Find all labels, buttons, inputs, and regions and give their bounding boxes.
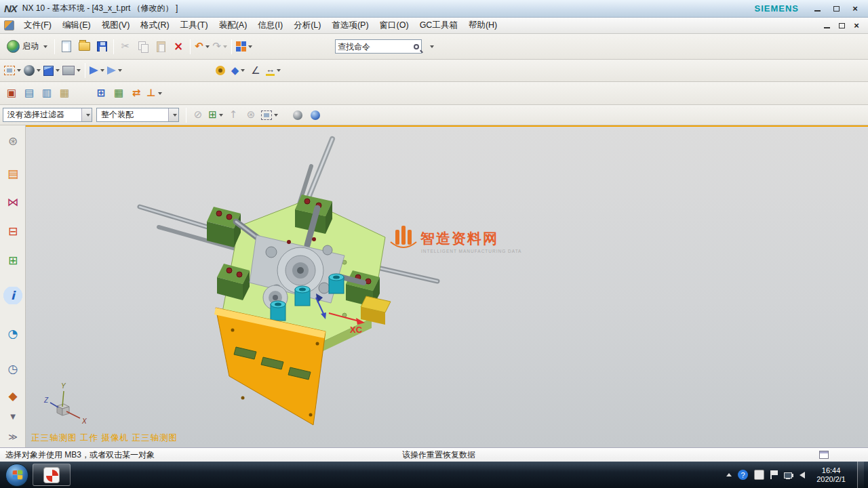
menu-gc-toolbox[interactable]: GC工具箱 xyxy=(414,18,463,33)
fit-view-button[interactable] xyxy=(3,62,22,79)
command-finder-input[interactable] xyxy=(338,42,412,52)
roles-palette-icon[interactable]: ◆ xyxy=(0,387,26,405)
nx-app-icon xyxy=(43,467,60,483)
status-message: 该操作重置恢复数据 xyxy=(402,449,819,461)
measure-button[interactable]: ↔ xyxy=(264,62,282,79)
touch-mode-button[interactable] xyxy=(235,38,254,56)
constraint-navigator-icon[interactable]: ⋈ xyxy=(0,193,26,211)
search-options-button[interactable] xyxy=(422,38,439,56)
pattern-component-button[interactable]: ▦ xyxy=(110,85,127,102)
copy-button[interactable] xyxy=(134,38,152,56)
menu-tools[interactable]: 工具(T) xyxy=(175,18,214,33)
rectangle-select-button[interactable] xyxy=(260,106,279,124)
undo-icon: ↶ xyxy=(195,41,203,52)
no-entry-icon: ⊘ xyxy=(194,110,203,120)
menu-assembly[interactable]: 装配(A) xyxy=(214,18,253,33)
sheet-button[interactable]: ▦ xyxy=(56,85,73,102)
render-style-button[interactable] xyxy=(22,62,42,79)
status-window-icon[interactable] xyxy=(819,451,829,459)
move-component-button[interactable]: ⇄ xyxy=(127,85,145,102)
chevron-down-icon xyxy=(219,114,223,117)
taskbar-nx-app-button[interactable] xyxy=(33,464,71,486)
sidebar-expand-icon[interactable]: ≫ xyxy=(0,428,26,445)
section-view-button[interactable] xyxy=(106,62,123,79)
part-navigator-icon[interactable]: ⊟ xyxy=(0,222,26,240)
layer-visible-button[interactable]: ▥ xyxy=(38,85,56,102)
angle-snap-button[interactable]: ∠ xyxy=(247,62,264,79)
minimize-button[interactable] xyxy=(811,4,823,14)
taskbar-clock[interactable]: 16:44 2020/2/1 xyxy=(811,466,851,484)
status-bar: 选择对象并使用 MB3，或者双击某一对象 该操作重置恢复数据 xyxy=(0,447,868,462)
graphics-window[interactable]: XC 智造资料网 INTELLIGENT MANUFACTURING DATA xyxy=(26,125,868,447)
new-file-button[interactable] xyxy=(58,38,75,56)
cut-button[interactable]: ✂ xyxy=(117,38,134,56)
menu-file[interactable]: 文件(F) xyxy=(18,18,57,33)
point-dialog-button[interactable]: ◆ xyxy=(229,62,247,79)
redo-button[interactable]: ↷ xyxy=(211,38,229,56)
shaded-style-button[interactable] xyxy=(307,106,324,124)
chevron-down-icon xyxy=(205,45,210,48)
selection-filter-combo[interactable]: 没有选择过滤器 xyxy=(3,108,92,122)
menu-analysis[interactable]: 分析(L) xyxy=(288,18,326,33)
command-finder[interactable] xyxy=(335,39,422,54)
sidebar-scroll-down-icon[interactable]: ▼ xyxy=(0,407,26,425)
layer-settings-button[interactable]: ▤ xyxy=(20,85,38,102)
tray-ime-icon[interactable] xyxy=(754,470,764,480)
background-button[interactable] xyxy=(61,62,82,79)
tray-expand-icon[interactable] xyxy=(726,473,732,476)
windows-flag-icon xyxy=(12,470,22,480)
menu-help[interactable]: 帮助(H) xyxy=(463,18,502,33)
menu-preferences[interactable]: 首选项(P) xyxy=(326,18,374,33)
reuse-library-icon[interactable]: ⊞ xyxy=(0,251,26,269)
highlight-style-button[interactable] xyxy=(289,106,307,124)
menu-information[interactable]: 信息(I) xyxy=(252,18,288,33)
save-button[interactable] xyxy=(93,38,111,56)
constraint-icon: ⊥ xyxy=(146,88,156,98)
snap-hand-button[interactable]: ⊘ xyxy=(189,106,207,124)
assembly-navigator-icon[interactable]: ▤ xyxy=(0,165,26,182)
move-up-button[interactable]: ↑ xyxy=(224,106,242,124)
close-button[interactable]: × xyxy=(849,4,861,14)
view-orientation-button[interactable] xyxy=(42,62,61,79)
menu-format[interactable]: 格式(R) xyxy=(135,18,174,33)
add-component-button[interactable]: ⊞ xyxy=(92,85,110,102)
start-menu-button[interactable]: 启动 xyxy=(3,39,52,54)
history-icon[interactable]: ◔ xyxy=(0,325,26,342)
maximize-button[interactable] xyxy=(830,4,842,14)
show-desktop-button[interactable] xyxy=(857,462,864,488)
paste-button[interactable] xyxy=(152,38,170,56)
datum-plane-button[interactable] xyxy=(88,62,106,79)
mdi-minimize-button[interactable] xyxy=(822,22,831,30)
snap-point-button[interactable] xyxy=(212,62,229,79)
clock-date: 2020/2/1 xyxy=(816,475,846,484)
assembly-constraints-button[interactable]: ⊥ xyxy=(145,85,163,102)
selection-scope-combo[interactable]: 整个装配 xyxy=(96,108,179,122)
xc-axis-label: XC xyxy=(350,325,363,335)
mdi-restore-button[interactable] xyxy=(837,22,846,30)
view-toolbar: ◆ ∠ ↔ xyxy=(0,60,868,82)
chevron-down-icon xyxy=(158,92,162,95)
measure-icon: ↔ xyxy=(266,65,275,76)
delete-button[interactable]: × xyxy=(170,38,187,56)
find-component-button[interactable]: ▣ xyxy=(3,85,20,102)
start-button[interactable] xyxy=(5,464,28,487)
cad-model[interactable]: XC 智造资料网 INTELLIGENT MANUFACTURING DATA xyxy=(26,127,868,447)
plus-box-icon: ⊞ xyxy=(208,110,217,120)
internet-explorer-icon[interactable]: i xyxy=(0,287,26,304)
mdi-close-button[interactable]: × xyxy=(852,22,861,30)
combo-dropdown-button[interactable] xyxy=(168,108,178,121)
tray-volume-icon[interactable] xyxy=(800,472,805,479)
open-file-button[interactable] xyxy=(75,38,93,56)
tray-help-icon[interactable]: ? xyxy=(738,470,748,480)
blue-sphere-icon xyxy=(311,110,320,120)
resource-bar-options-gear-icon[interactable]: ⊛ xyxy=(0,132,26,150)
menu-edit[interactable]: 编辑(E) xyxy=(57,18,96,33)
general-selection-button[interactable]: ⊞ xyxy=(207,106,224,124)
undo-button[interactable]: ↶ xyxy=(193,38,211,56)
gear-button[interactable]: ⊛ xyxy=(242,106,260,124)
system-clock-icon[interactable]: ◷ xyxy=(0,360,26,378)
combo-dropdown-button[interactable] xyxy=(81,108,92,121)
menu-window[interactable]: 窗口(O) xyxy=(374,18,414,33)
menu-view[interactable]: 视图(V) xyxy=(96,18,136,33)
tray-action-center-flag-icon[interactable] xyxy=(770,470,778,479)
